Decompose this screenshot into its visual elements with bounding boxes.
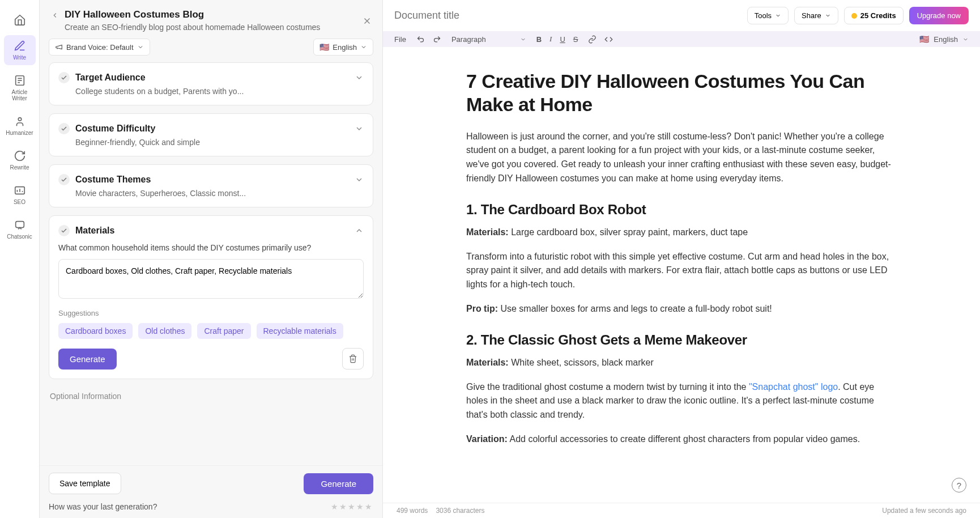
flag-icon: 🇺🇸 (319, 43, 329, 52)
article-paragraph: Materials: Large cardboard box, silver s… (466, 226, 897, 240)
file-menu[interactable]: File (394, 35, 406, 44)
sidebar-item-seo[interactable]: SEO (4, 180, 36, 210)
humanizer-icon (14, 115, 26, 128)
paragraph-style-select[interactable]: Paragraph (451, 35, 526, 44)
chevron-down-icon (520, 36, 526, 43)
section-costume-themes[interactable]: Costume Themes Movie characters, Superhe… (49, 164, 373, 207)
suggestion-chip[interactable]: Recyclable materials (257, 323, 343, 339)
chat-icon (14, 219, 26, 231)
save-template-button[interactable]: Save template (49, 473, 121, 494)
materials-input[interactable] (58, 259, 364, 299)
help-button[interactable]: ? (952, 478, 966, 492)
undo-button[interactable] (416, 35, 425, 44)
code-button[interactable] (604, 35, 613, 44)
link-icon (588, 35, 596, 44)
chevron-down-icon (962, 36, 969, 43)
section-title: Materials (75, 226, 349, 236)
word-count: 499 words (397, 507, 428, 515)
section-summary: College students on a budget, Parents wi… (75, 87, 364, 96)
editor-content[interactable]: 7 Creative DIY Halloween Costumes You Ca… (383, 47, 980, 503)
link-button[interactable] (588, 35, 596, 44)
trash-icon (348, 354, 357, 363)
sidebar-item-write[interactable]: Write (4, 35, 36, 65)
sidebar-item-label: SEO (14, 199, 25, 205)
section-costume-difficulty[interactable]: Costume Difficulty Beginner-friendly, Qu… (49, 113, 373, 156)
language-selector[interactable]: 🇺🇸 English (313, 39, 373, 56)
megaphone-icon (55, 43, 63, 51)
document-title-input[interactable] (394, 10, 742, 22)
seo-icon (14, 184, 26, 197)
sidebar-item-rewrite[interactable]: Rewrite (4, 145, 36, 175)
article-heading: 2. The Classic Ghost Gets a Meme Makeove… (466, 332, 897, 348)
article-paragraph: Halloween is just around the corner, and… (466, 130, 897, 186)
section-materials-header[interactable]: Materials (58, 225, 364, 236)
check-icon (58, 123, 70, 134)
article-link[interactable]: "Snapchat ghost" logo (749, 382, 838, 392)
optional-info-label: Optional Information (49, 387, 373, 409)
rating-stars[interactable]: ★★★★★ (331, 502, 373, 511)
sidebar-item-label: Article Writer (6, 89, 33, 101)
generate-button[interactable]: Generate (304, 473, 373, 494)
panel-title: DIY Halloween Costumes Blog (65, 9, 204, 20)
chevron-down-icon (355, 175, 364, 184)
right-panel: Tools Share 25 Credits Upgrade now File … (383, 0, 980, 518)
redo-icon (433, 35, 441, 44)
close-button[interactable] (362, 16, 372, 26)
svg-point-4 (18, 118, 22, 121)
suggestion-chip[interactable]: Old clothes (138, 323, 191, 339)
strikethrough-button[interactable]: S (573, 35, 578, 44)
char-count: 3036 characters (436, 507, 484, 515)
suggestions-label: Suggestions (58, 309, 364, 317)
sidebar-item-label: Humanizer (6, 130, 33, 136)
article-icon (14, 74, 26, 87)
check-icon (58, 225, 70, 236)
upgrade-button[interactable]: Upgrade now (909, 7, 969, 24)
article-paragraph: Give the traditional ghost costume a mod… (466, 380, 897, 422)
generate-section-button[interactable]: Generate (58, 349, 117, 370)
sidebar-item-home[interactable] (4, 9, 36, 31)
credits-dot-icon (851, 13, 857, 19)
italic-button[interactable]: I (549, 35, 552, 44)
code-icon (604, 35, 613, 44)
article-paragraph: Transform into a futuristic robot with t… (466, 250, 897, 292)
home-icon (14, 14, 26, 26)
check-icon (58, 174, 70, 185)
article-paragraph: Variation: Add colorful accessories to c… (466, 432, 897, 447)
svg-rect-9 (15, 222, 24, 228)
delete-button[interactable] (342, 348, 364, 370)
credits-button[interactable]: 25 Credits (844, 7, 904, 24)
chevron-down-icon (775, 12, 781, 19)
sidebar-item-chatsonic[interactable]: Chatsonic (4, 214, 36, 244)
chevron-down-icon (360, 44, 367, 50)
section-target-audience[interactable]: Target Audience College students on a bu… (49, 62, 373, 105)
rewrite-icon (14, 150, 26, 162)
brand-voice-selector[interactable]: Brand Voice: Default (49, 39, 150, 56)
flag-icon: 🇺🇸 (919, 35, 929, 44)
sidebar-item-humanizer[interactable]: Humanizer (4, 111, 36, 141)
share-button[interactable]: Share (794, 7, 838, 24)
sidebar-item-article-writer[interactable]: Article Writer (4, 70, 36, 106)
section-summary: Movie characters, Superheroes, Classic m… (75, 189, 364, 198)
section-materials: Materials What common household items sh… (49, 215, 373, 379)
rating-question: How was your last generation? (49, 502, 157, 511)
article-heading: 1. The Cardboard Box Robot (466, 202, 897, 218)
section-summary: Beginner-friendly, Quick and simple (75, 138, 364, 147)
chevron-down-icon (137, 44, 144, 50)
undo-icon (416, 35, 425, 44)
article-paragraph: Pro tip: Use smaller boxes for arms and … (466, 302, 897, 316)
section-question: What common household items should the D… (58, 243, 364, 252)
sidebar: Write Article Writer Humanizer Rewrite S… (0, 0, 40, 518)
sidebar-item-label: Rewrite (10, 164, 29, 171)
suggestion-chip[interactable]: Cardboard boxes (58, 323, 133, 339)
section-title: Costume Themes (75, 175, 349, 185)
bold-button[interactable]: B (536, 35, 542, 44)
chevron-down-icon (825, 12, 831, 19)
tools-button[interactable]: Tools (747, 7, 789, 24)
back-button[interactable] (51, 11, 59, 19)
article-title: 7 Creative DIY Halloween Costumes You Ca… (466, 70, 897, 116)
underline-button[interactable]: U (560, 35, 565, 44)
suggestion-chip[interactable]: Craft paper (197, 323, 250, 339)
check-icon (58, 72, 70, 83)
editor-language-select[interactable]: 🇺🇸 English (919, 35, 969, 44)
redo-button[interactable] (433, 35, 441, 44)
